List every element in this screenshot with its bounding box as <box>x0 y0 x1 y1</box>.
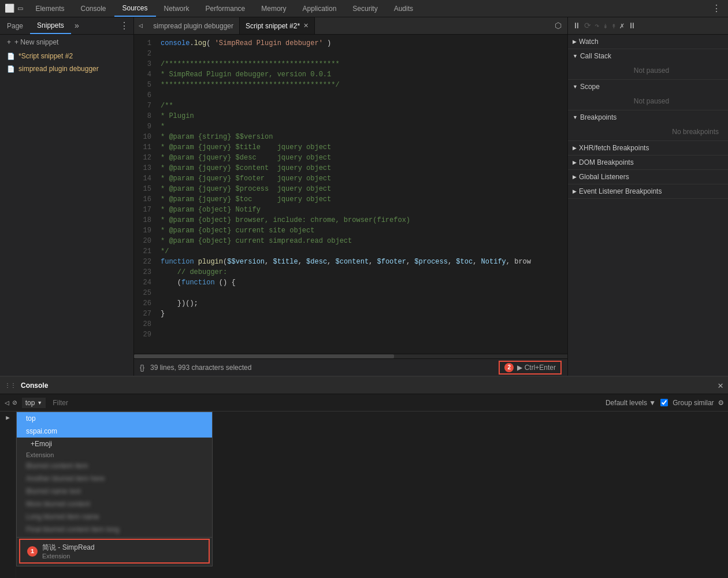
dropdown-item-blurred1[interactable]: Blurred content item <box>17 460 212 472</box>
dropdown-item-emoji[interactable]: +Emoji <box>17 438 212 450</box>
breakpoints-section-header[interactable]: ▼ Breakpoints <box>568 110 728 124</box>
tab-application[interactable]: Application <box>295 0 345 17</box>
pause-icon[interactable]: ⏸ <box>573 21 581 31</box>
event-listener-header[interactable]: ▶ Event Listener Breakpoints <box>568 184 728 198</box>
context-dropdown: top sspai.com +Emoji Extension Blurred c… <box>16 412 213 566</box>
run-label: ▶ Ctrl+Enter <box>517 364 556 372</box>
sidebar-tab-snippets[interactable]: Snippets <box>30 17 71 34</box>
item-info: 简说 - SimpRead Extension <box>42 543 95 560</box>
scope-section-header[interactable]: ▼ Scope <box>568 80 728 94</box>
dropdown-item-blurred2[interactable]: Another blurred item here <box>17 472 212 485</box>
expand-icon[interactable]: ⬡ <box>549 21 567 31</box>
right-toolbar: ⏸ ⟳ ↷ ↡ ↟ ✗ ⏸ <box>568 17 728 35</box>
dropdown-item-extension[interactable]: Extension <box>17 450 212 460</box>
code-line: * @param {jquery} $content jquery object <box>161 163 567 173</box>
scope-arrow-icon: ▼ <box>573 84 578 90</box>
pause-exceptions-icon[interactable]: ⏸ <box>628 21 636 31</box>
code-line: * @param {object} current site object <box>161 225 567 236</box>
dom-arrow-icon: ▶ <box>573 160 577 165</box>
code-line: * @param {object} current simpread.read … <box>161 236 567 246</box>
horizontal-scrollbar[interactable] <box>134 354 567 358</box>
context-value: top <box>25 399 35 407</box>
console-settings-icon[interactable]: ⚙ <box>719 398 723 407</box>
watch-section: ▶ Watch <box>568 35 728 49</box>
code-line: })(); <box>161 298 567 309</box>
console-close-button[interactable]: ✕ <box>718 380 723 391</box>
code-line: * @param {jquery} $title jquery object <box>161 142 567 153</box>
global-listeners-header[interactable]: ▶ Global Listeners <box>568 170 728 184</box>
list-item[interactable]: 📄 simpread plugin debugger <box>0 62 133 75</box>
dropdown-item-blurred6[interactable]: Final blurred content item long <box>17 523 212 536</box>
more-tabs-icon[interactable]: ⋮ <box>705 3 728 14</box>
simpread-extension-item[interactable]: 1 简说 - SimpRead Extension <box>19 539 210 564</box>
xhr-breakpoints-header[interactable]: ▶ XHR/fetch Breakpoints <box>568 141 728 155</box>
step-over-icon[interactable]: ↷ <box>595 21 599 31</box>
tab-security[interactable]: Security <box>344 0 385 17</box>
sidebar-tab-page[interactable]: Page <box>0 17 30 34</box>
callstack-label: Call Stack <box>580 52 611 60</box>
code-line: * @param {string} $$version <box>161 132 567 142</box>
dropdown-item-blurred4[interactable]: More blurred content <box>17 498 212 510</box>
filter-input[interactable] <box>50 399 601 407</box>
code-line: * @param {object} browser, include: chro… <box>161 215 567 225</box>
global-listeners-section: ▶ Global Listeners <box>568 170 728 184</box>
braces-icon: {} <box>140 364 144 372</box>
bottom-console: ⋮⋮ Console ✕ ◁ ⊘ top ▼ Default levels ▼ … <box>0 376 728 578</box>
dropdown-item-sspai[interactable]: sspai.com <box>17 425 212 438</box>
list-item[interactable]: 📄 *Script snippet #2 <box>0 50 133 62</box>
callstack-section-header[interactable]: ▼ Call Stack <box>568 49 728 63</box>
dom-breakpoints-section: ▶ DOM Breakpoints <box>568 155 728 170</box>
callstack-content: Not paused <box>568 63 728 79</box>
resume-icon[interactable]: ⟳ <box>584 21 591 31</box>
watch-arrow-icon: ▶ <box>573 39 577 45</box>
tab-audits[interactable]: Audits <box>386 0 421 17</box>
close-icon[interactable]: ✕ <box>303 22 309 29</box>
console-toolbar: ◁ ⊘ top ▼ Default levels ▼ Group similar… <box>0 394 728 412</box>
dropdown-item-blurred3[interactable]: Blurred name text <box>17 485 212 498</box>
tab-elements[interactable]: Elements <box>27 0 72 17</box>
global-listeners-arrow-icon: ▶ <box>573 174 577 180</box>
deactivate-icon[interactable]: ✗ <box>619 21 624 31</box>
editor-tab-snippet[interactable]: Script snippet #2* ✕ <box>240 17 315 34</box>
editor-tab-simpread[interactable]: simpread plugin debugger <box>147 17 240 34</box>
watch-section-header[interactable]: ▶ Watch <box>568 35 728 49</box>
step-into-icon[interactable]: ↡ <box>603 21 607 31</box>
tab-sources[interactable]: Sources <box>114 0 156 17</box>
dropdown-divider <box>17 537 212 538</box>
code-line: (function () { <box>161 277 567 288</box>
snippet-list: 📄 *Script snippet #2 📄 simpread plugin d… <box>0 50 133 75</box>
expand-arrow-icon[interactable]: ▶ <box>6 414 10 421</box>
tab-network[interactable]: Network <box>156 0 198 17</box>
item-subtitle: Extension <box>42 553 95 560</box>
context-selector[interactable]: top ▼ <box>22 398 46 408</box>
code-line: console.log( 'SimpRead Plugin debbuger' … <box>161 38 567 49</box>
dropdown-item-blurred5[interactable]: Long blurred item name <box>17 510 212 523</box>
selection-text: 39 lines, 993 characters selected <box>150 364 251 372</box>
tab-performance[interactable]: Performance <box>198 0 254 17</box>
line-numbers: 12345 678910 1112131415 1617181920 21222… <box>134 35 156 354</box>
file-icon: 📄 <box>7 65 15 73</box>
default-levels-button[interactable]: Default levels ▼ <box>606 399 656 407</box>
step-out-icon[interactable]: ↟ <box>611 21 616 31</box>
run-button[interactable]: 2 ▶ Ctrl+Enter <box>499 361 562 375</box>
sidebar-tab-more[interactable]: » <box>71 21 83 31</box>
code-line: function plugin($$version, $title, $desc… <box>161 257 567 267</box>
code-line: /***************************************… <box>161 59 567 69</box>
group-similar-checkbox[interactable] <box>660 399 668 406</box>
chevron-down-icon: ▼ <box>37 400 42 406</box>
tab-label-simpread: simpread plugin debugger <box>153 22 233 30</box>
code-lines[interactable]: console.log( 'SimpRead Plugin debbuger' … <box>156 35 567 354</box>
console-main: top sspai.com +Emoji Extension Blurred c… <box>16 412 728 578</box>
code-line: * @param {jquery} $desc jquery object <box>161 153 567 163</box>
dom-breakpoints-header[interactable]: ▶ DOM Breakpoints <box>568 155 728 169</box>
code-editor: 12345 678910 1112131415 1617181920 21222… <box>134 35 567 376</box>
expand-left-icon[interactable]: ◁ <box>5 398 9 407</box>
tab-memory[interactable]: Memory <box>253 0 294 17</box>
editor-nav-icon[interactable]: ◁ <box>134 21 147 30</box>
dropdown-item-top[interactable]: top <box>17 412 212 425</box>
tab-console[interactable]: Console <box>72 0 114 17</box>
run-badge: 2 <box>504 363 514 372</box>
sidebar-menu-icon[interactable]: ⋮ <box>115 20 133 32</box>
new-snippet-button[interactable]: + + New snippet <box>0 35 133 50</box>
stop-icon[interactable]: ⊘ <box>13 398 17 407</box>
